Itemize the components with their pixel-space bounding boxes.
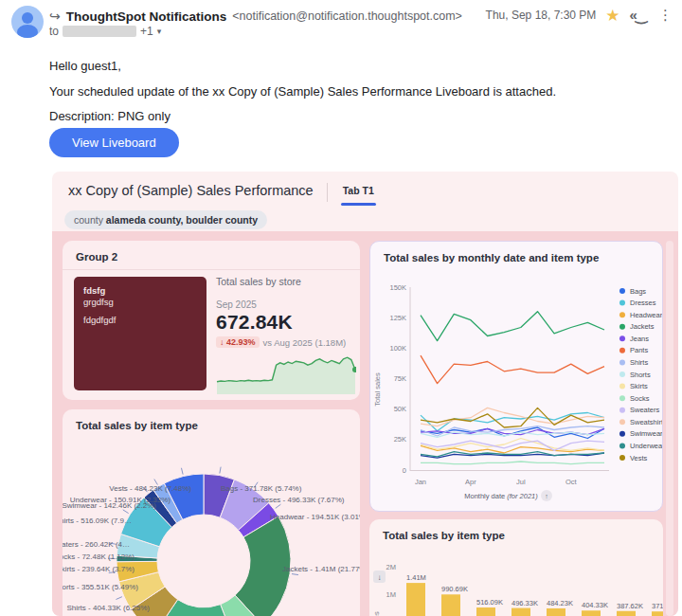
bar-value-label: 990.69K (441, 585, 468, 593)
svg-text:100K: 100K (389, 344, 406, 353)
bar-pants (441, 594, 460, 616)
legend-swatch-dresses (619, 300, 625, 306)
legend-swatch-shorts (619, 371, 625, 377)
kpi-sparkline-chart (216, 349, 356, 394)
line-chart: 025K50K75K100K125K150KJanAprJulOctTotal … (370, 268, 662, 511)
legend-label: Shirts (630, 358, 648, 367)
legend-label: Shorts (630, 371, 651, 379)
kpi-tile: Total sales by store Sep 2025 672.84K ↓ … (216, 276, 356, 348)
svg-text:Total sales: Total sales (372, 611, 381, 616)
arrow-down-icon: ↓ (220, 337, 224, 347)
bar-value-label: 404.33K (582, 601, 608, 609)
bar-vests (547, 608, 565, 616)
legend-label: Jackets (630, 322, 655, 331)
email-view: ↪ ThoughtSpot Notifications <notificatio… (0, 0, 682, 616)
svg-text:Monthly date (for 2021): Monthly date (for 2021) (464, 492, 538, 500)
bar-value-label: 496.33K (512, 599, 538, 607)
greeting: Hello guest1, (49, 59, 121, 73)
legend-swatch-underwear (619, 443, 625, 448)
donut-label-sweaters: Sweaters - 260.42K (4… (63, 540, 130, 549)
donut-label-shirts: Shirts - 404.33K (6.25%) (66, 604, 150, 612)
legend-swatch-vests (619, 455, 625, 461)
donut-label-underwear: Underwear - 150.91K (2.33%) (70, 496, 170, 504)
legend-swatch-pants (619, 348, 625, 353)
donut-chart-card: Total sales by item type Bags - 371.78K … (63, 409, 360, 616)
to-label: to (49, 25, 59, 38)
svg-text:50K: 50K (394, 405, 406, 413)
liveboard-panel: Group 2 fdsfg grgdfsg fdgdfgdf Total sal… (52, 231, 678, 616)
treemap-label: fdgdfgdf (83, 315, 197, 326)
legend-swatch-bags (619, 288, 625, 294)
bar-jackets (406, 583, 425, 616)
bar-bags (652, 611, 663, 616)
legend-label: Bags (630, 287, 646, 296)
recipients-more[interactable]: +1 (140, 25, 153, 38)
bar-chart-card: Total sales by item type 2M1M↓Total sale… (369, 519, 663, 616)
liveboard-title: xx Copy of (Sample) Sales Performance (68, 181, 314, 198)
legend-label: Vests (630, 454, 648, 462)
line-chart-title: Total sales by monthly date and item typ… (384, 252, 599, 263)
reply-all-icon[interactable]: «‿ (630, 7, 645, 24)
kpi-value: 672.84K (216, 311, 356, 334)
legend-swatch-skirts (619, 384, 625, 390)
donut-label-bags: Bags - 371.78K (5.74%) (221, 484, 301, 493)
view-liveboard-button[interactable]: View Liveboard (49, 128, 179, 157)
bar-dresses (512, 608, 530, 616)
forwarded-icon: ↪ (49, 9, 61, 24)
description-line: Description: PNG only (49, 109, 170, 123)
tab-t1: Tab T1 (341, 181, 376, 206)
treemap-label: fdsfg (83, 285, 197, 297)
legend-label: Underwear (630, 442, 662, 450)
donut-label-dresses: Dresses - 496.33K (7.67%) (253, 496, 345, 504)
legend-label: Socks (630, 394, 650, 403)
bar-jeans (617, 611, 636, 616)
bar-sweatshirts (476, 607, 495, 616)
sender-email: <notification@notification.thoughtspot.c… (232, 9, 462, 23)
donut-label-sweatshirts: Sweatshirts - 516.09K (7.9… (63, 516, 132, 525)
legend-swatch-jeans (619, 335, 625, 341)
svg-text:25K: 25K (394, 435, 406, 444)
filter-chip-county: county alameda county, boulder county (64, 210, 267, 229)
svg-text:↓: ↓ (378, 573, 382, 582)
person-icon (11, 6, 44, 38)
legend-label: Dresses (630, 299, 656, 307)
sender-name: ThoughtSpot Notifications (66, 9, 226, 24)
donut-label-shorts: Shorts - 355.51K (5.49%) (63, 583, 138, 591)
legend-label: Headwear (630, 311, 662, 319)
legend-label: Sweatshirts (630, 418, 662, 426)
recipient-redacted (63, 26, 136, 37)
kpi-delta-badge: ↓ 42.93% (216, 336, 260, 348)
legend-swatch-sweatshirts (619, 419, 625, 425)
legend-label: Pants (630, 346, 648, 354)
legend-swatch-socks (619, 395, 625, 401)
divider (327, 183, 328, 202)
group2-card: Group 2 fdsfg grgdfsg fdgdfgdf Total sal… (63, 241, 360, 400)
legend-swatch-swimwear (619, 431, 625, 437)
svg-text:0: 0 (403, 466, 406, 475)
donut-label-socks: Socks - 72.48K (1.12%) (63, 553, 135, 561)
svg-text:2M: 2M (386, 563, 396, 571)
star-icon[interactable]: ★ (605, 8, 619, 24)
legend-swatch-jackets (619, 324, 625, 330)
message-line: Your scheduled update of the xx Copy of … (49, 84, 556, 99)
legend-label: Jeans (630, 335, 649, 343)
series-pants (421, 355, 604, 384)
series-socks (421, 462, 604, 464)
kpi-title: Total sales by store (216, 276, 356, 287)
svg-text:Oct: Oct (565, 478, 578, 486)
chevron-down-icon[interactable]: ▾ (157, 27, 162, 36)
tab-underline (341, 203, 376, 206)
kpi-period: Sep 2025 (216, 299, 356, 310)
bar-shirts (582, 610, 601, 616)
line-chart-card: Total sales by monthly date and item typ… (369, 241, 663, 512)
bar-value-label: 371.78K (652, 602, 663, 610)
donut-label-skirts: Skirts - 239.64K (3.7%) (63, 565, 135, 573)
legend-swatch-shirts (619, 359, 625, 365)
bar-value-label: 484.23K (547, 599, 573, 607)
donut-label-jackets: Jackets - 1.41M (21.77%) (282, 565, 360, 573)
svg-text:150K: 150K (389, 283, 406, 292)
more-options-icon[interactable]: ⋮ (655, 7, 676, 24)
svg-text:↑: ↑ (545, 493, 548, 499)
liveboard-report-image: xx Copy of (Sample) Sales Performance Ta… (52, 172, 678, 616)
divider (63, 269, 360, 270)
